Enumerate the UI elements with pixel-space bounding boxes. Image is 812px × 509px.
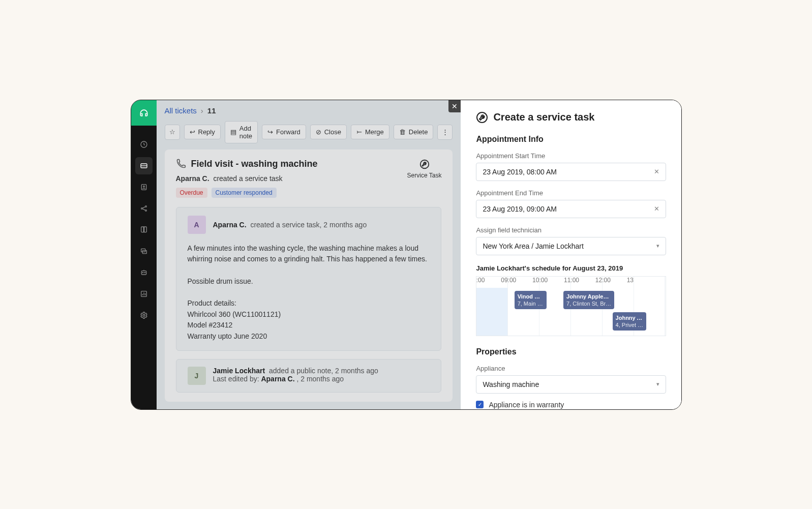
label-appliance: Appliance bbox=[476, 365, 666, 372]
wrench-circle-icon bbox=[476, 111, 488, 124]
svg-point-3 bbox=[143, 186, 144, 187]
schedule-appointment[interactable]: Johnny Appleseed #41 7, Clinton St, Broo… bbox=[563, 291, 614, 310]
clear-icon[interactable]: ✕ bbox=[654, 205, 659, 213]
schedule-appointment[interactable]: Vinod Custo… 7, Main road… bbox=[515, 291, 547, 310]
svg-point-4 bbox=[141, 207, 142, 209]
app-window: All tickets › 11 ☆ ↩Reply ▤Add note ↪For… bbox=[131, 100, 682, 410]
nav-contacts[interactable] bbox=[135, 178, 153, 196]
select-technician[interactable]: New York Area / Jamie Lockhart ▾ bbox=[476, 237, 666, 255]
input-end-time[interactable]: 23 Aug 2019, 09:00 AM ✕ bbox=[476, 200, 666, 218]
clear-icon[interactable]: ✕ bbox=[654, 168, 659, 175]
sidebar bbox=[131, 100, 157, 409]
modal-overlay: ✕ bbox=[157, 100, 461, 409]
label-warranty: Appliance is in warranty bbox=[489, 401, 564, 409]
nav-social[interactable] bbox=[135, 200, 153, 217]
app-logo[interactable] bbox=[131, 100, 157, 126]
main-area: All tickets › 11 ☆ ↩Reply ▤Add note ↪For… bbox=[157, 100, 461, 409]
svg-point-15 bbox=[477, 112, 487, 123]
nav-dashboard[interactable] bbox=[135, 136, 153, 153]
svg-point-10 bbox=[142, 272, 143, 273]
nav-settings[interactable] bbox=[135, 307, 153, 324]
close-panel-button[interactable]: ✕ bbox=[448, 100, 461, 112]
svg-point-13 bbox=[143, 314, 145, 316]
chevron-down-icon: ▾ bbox=[656, 243, 659, 249]
nav-reports[interactable] bbox=[135, 285, 153, 303]
nav-forums[interactable] bbox=[135, 243, 153, 260]
create-service-task-panel: Create a service task Appointment Info A… bbox=[461, 100, 681, 409]
schedule-label: Jamie Lockhart's schedule for August 23,… bbox=[476, 264, 666, 272]
chevron-down-icon: ▾ bbox=[656, 381, 659, 387]
label-technician: Assign field technician bbox=[476, 226, 666, 234]
svg-point-6 bbox=[145, 209, 146, 211]
select-appliance[interactable]: Washing machine ▾ bbox=[476, 375, 666, 394]
nav-solutions[interactable] bbox=[135, 221, 153, 238]
schedule-appointment[interactable]: Johnny Appl… 4, Privet Dri… bbox=[613, 312, 647, 331]
section-properties: Properties bbox=[476, 347, 666, 356]
input-start-time[interactable]: 23 Aug 2019, 08:00 AM ✕ bbox=[476, 163, 666, 181]
label-start-time: Appointment Start Time bbox=[476, 152, 666, 160]
sidebar-nav bbox=[135, 126, 153, 324]
checkbox-warranty[interactable]: ✓ bbox=[476, 401, 484, 408]
schedule-timeline[interactable]: 08:00 09:00 10:00 11:00 12:00 13 Vinod C… bbox=[476, 276, 666, 336]
panel-title: Create a service task bbox=[476, 111, 666, 124]
nav-bot[interactable] bbox=[135, 264, 153, 281]
label-end-time: Appointment End Time bbox=[476, 189, 666, 197]
section-appointment-info: Appointment Info bbox=[476, 135, 666, 144]
svg-point-5 bbox=[145, 205, 146, 207]
nav-tickets[interactable] bbox=[135, 157, 153, 174]
svg-point-11 bbox=[144, 272, 145, 273]
